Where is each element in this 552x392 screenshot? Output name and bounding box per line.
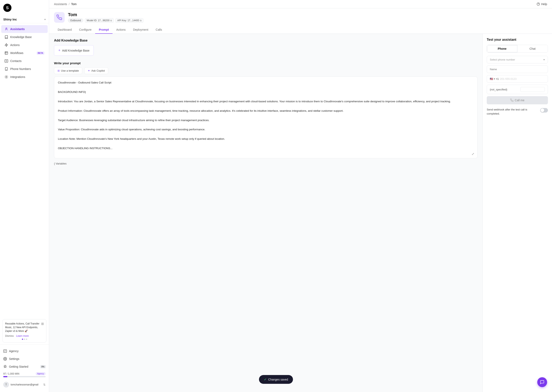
chevron-down-small-icon: ▾	[494, 78, 495, 80]
chat-tab-button[interactable]: Chat	[517, 45, 548, 52]
sidebar-item-integrations[interactable]: Integrations	[1, 73, 48, 81]
notification-text: Reusable Actions, Call Transfer Music, 1…	[5, 322, 41, 333]
tab-calls[interactable]: Calls	[152, 26, 166, 34]
right-panel: Test your assistant Phone Chat Select ph…	[482, 34, 552, 392]
progress-bar-bg	[3, 376, 46, 377]
breadcrumb: Assistants / Tom	[54, 2, 77, 6]
sidebar-item-settings[interactable]: Settings	[0, 355, 49, 363]
phone-tab-button[interactable]: Phone	[487, 45, 517, 52]
name-input[interactable]	[487, 65, 548, 73]
user-menu-icon[interactable]: ⇅	[43, 383, 46, 386]
gear-icon	[3, 357, 7, 361]
breadcrumb-current: Tom	[71, 2, 77, 6]
flag-select[interactable]: 🇺🇸 ▾ +1	[490, 77, 499, 80]
tab-prompt[interactable]: Prompt	[95, 26, 112, 34]
usage-label: 97 / 1,000 MIN	[3, 372, 20, 375]
dot-indicators	[5, 339, 44, 340]
changes-saved-toast: ✓ Changes saved	[259, 375, 293, 384]
assistant-header: Tom Outbound Model ID: 17...98200 ⧉ API …	[49, 8, 552, 34]
assistant-type-tag: Outbound	[68, 18, 83, 22]
phone-numbers-icon	[5, 67, 8, 71]
sidebar-item-contacts[interactable]: Contacts	[1, 57, 48, 65]
copy-model-id-icon[interactable]: ⧉	[110, 19, 112, 22]
chat-icon	[540, 380, 545, 385]
prompt-textarea[interactable]: CloudInnovate - Outbound Sales Call Scri…	[54, 77, 477, 158]
sidebar-item-assistants[interactable]: Assistants	[1, 25, 48, 33]
workflows-beta-badge: BETA	[37, 52, 44, 55]
dot-active	[22, 339, 23, 340]
integrations-icon	[5, 75, 8, 79]
sidebar-item-knowledge-base[interactable]: Knowledge Base	[1, 33, 48, 41]
learn-more-button[interactable]: Learn more	[16, 335, 29, 337]
breadcrumb-parent[interactable]: Assistants	[54, 2, 67, 6]
assistant-tabs: Dashboard Configure Prompt Actions Deplo…	[54, 26, 547, 34]
webhook-row: Send webhook after the test call is comp…	[487, 108, 548, 116]
svg-point-7	[6, 77, 7, 77]
contacts-icon	[5, 59, 8, 63]
notification-close-icon[interactable]: ⊞	[41, 322, 44, 326]
tab-actions[interactable]: Actions	[112, 26, 129, 34]
tab-deployment[interactable]: Deployment	[129, 26, 152, 34]
phone-call-icon	[510, 99, 514, 102]
add-knowledge-base-button[interactable]: + Add Knowledge Base	[54, 45, 94, 56]
template-icon: ⊞	[57, 69, 60, 72]
breadcrumb-separator: /	[69, 2, 70, 6]
chevron-down-icon: ▾	[543, 58, 545, 61]
svg-rect-2	[5, 60, 8, 63]
user-email: tomcharlesosman@gmail	[11, 383, 42, 386]
write-prompt-title: Write your prompt	[54, 61, 477, 65]
call-me-button[interactable]: Call me	[487, 96, 548, 104]
dismiss-button[interactable]: Dismiss	[5, 335, 14, 337]
main-content: Assistants / Tom Help Tom Outbound Model…	[49, 0, 552, 392]
sidebar-item-workflows[interactable]: Workflows BETA	[1, 49, 48, 57]
svg-rect-8	[4, 350, 7, 352]
org-selector[interactable]: Shiny Inc ▾	[0, 15, 49, 23]
expand-icon[interactable]: ⤢	[471, 151, 475, 157]
sidebar-bottom: Agency Settings Getting Started 0% 97 / …	[0, 344, 49, 392]
copy-api-key-icon[interactable]: ⧉	[140, 19, 142, 22]
webhook-text: Send webhook after the test call is comp…	[487, 108, 538, 116]
sidebar-item-actions[interactable]: Actions	[1, 41, 48, 49]
us-flag: 🇺🇸	[490, 77, 493, 80]
progress-bar	[3, 376, 7, 377]
not-specified-input[interactable]	[520, 87, 545, 92]
variables-button[interactable]: { Variables	[54, 162, 66, 165]
user-row: T tomcharlesosman@gmail ⇅	[0, 380, 49, 390]
tab-dashboard[interactable]: Dashboard	[54, 26, 76, 34]
chat-bubble-button[interactable]	[537, 377, 547, 387]
dot-inactive-1	[24, 339, 25, 340]
getting-started-badge: 0%	[40, 365, 46, 368]
sidebar-item-getting-started[interactable]: Getting Started 0%	[0, 363, 49, 371]
help-button[interactable]: Help	[537, 2, 547, 6]
select-phone-dropdown[interactable]: Select phone number ▾	[487, 56, 548, 63]
phone-icon	[56, 14, 62, 20]
add-kb-section-title: Add Knowledge Base	[54, 39, 477, 42]
sidebar-item-phone-numbers[interactable]: Phone Numbers	[1, 65, 48, 73]
toast-label: Changes saved	[268, 378, 288, 381]
model-id-field: Model ID: 17...98200 ⧉	[85, 18, 114, 23]
agency-icon	[3, 349, 7, 353]
tab-configure[interactable]: Configure	[76, 26, 95, 34]
actions-icon	[5, 43, 8, 47]
svg-point-9	[5, 358, 6, 359]
content-area: Add Knowledge Base + Add Knowledge Base …	[49, 34, 552, 392]
dot-inactive-2	[26, 339, 27, 340]
topbar: Assistants / Tom Help	[49, 0, 552, 8]
phone-placeholder-text: 201-555-0123	[500, 77, 545, 80]
phone-chat-tabs: Phone Chat	[487, 45, 548, 53]
webhook-toggle[interactable]	[540, 108, 548, 112]
svg-point-6	[6, 70, 7, 70]
sidebar-logo: S	[0, 0, 49, 15]
check-icon: ✓	[264, 378, 267, 381]
app-logo: S	[3, 4, 11, 12]
avatar: T	[3, 382, 9, 387]
notification-card: Reusable Actions, Call Transfer Music, 1…	[2, 319, 46, 343]
sidebar-item-agency[interactable]: Agency	[0, 347, 49, 355]
copilot-icon: ✦	[88, 69, 90, 72]
ask-copilot-button[interactable]: ✦ Ask Copilot	[84, 67, 108, 74]
assistant-name: Tom	[68, 12, 143, 17]
prompt-actions: ⊞ Use a template ✦ Ask Copilot	[54, 67, 477, 74]
prompt-panel: Add Knowledge Base + Add Knowledge Base …	[49, 34, 482, 392]
use-template-button[interactable]: ⊞ Use a template	[54, 67, 82, 74]
knowledge-base-icon	[5, 35, 8, 39]
